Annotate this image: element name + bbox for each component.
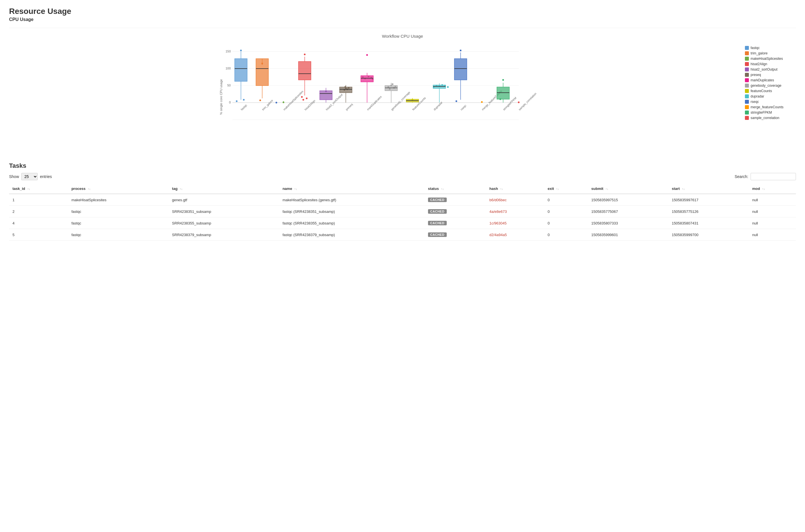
col-hash[interactable]: hash ↑↓ — [486, 184, 544, 194]
chart-legend: fastqc trim_galore makeHisatSplicesites … — [745, 43, 796, 120]
chart-wrapper: % single core CPU usage 150 100 50 0 — [9, 43, 796, 151]
legend-label-hisat2_sortOutput: hisat2_sortOutput — [751, 68, 778, 72]
sort-icon-process: ↑↓ — [88, 187, 91, 190]
col-tag[interactable]: tag ↑↓ — [169, 184, 279, 194]
svg-point-34 — [301, 96, 303, 98]
svg-text:rseqc: rseqc — [460, 104, 467, 111]
hash-link[interactable]: 4a/e8e673 — [489, 209, 506, 214]
svg-rect-40 — [320, 91, 332, 100]
cell-hash: 1c/963045 — [486, 217, 544, 229]
svg-text:hisat2Align: hisat2Align — [304, 99, 316, 111]
cell-start: 1505835807431 — [668, 217, 749, 229]
cell-hash: b6/d06bec — [486, 194, 544, 206]
col-submit[interactable]: submit ↑↓ — [588, 184, 668, 194]
svg-text:markDuplicates: markDuplicates — [366, 95, 382, 111]
cell-process: fastqc — [68, 206, 169, 217]
cell-tag: SRR4238379_subsamp — [169, 229, 279, 241]
hash-link[interactable]: d2/4a94a5 — [489, 233, 506, 237]
svg-text:makeHisatSplicesites: makeHisatSplicesites — [283, 90, 304, 111]
sort-icon-tag: ↑↓ — [180, 187, 183, 190]
status-badge: CACHED — [428, 209, 447, 214]
table-row: 4 fastqc SRR4238355_subsamp fastqc (SRR4… — [9, 217, 796, 229]
svg-text:sample_correlation: sample_correlation — [518, 92, 537, 111]
cell-name: fastqc (SRR4238351_subsamp) — [279, 206, 425, 217]
sort-icon-task_id: ↑↓ — [27, 187, 30, 190]
chart-title: Workflow CPU Usage — [9, 34, 796, 39]
show-label: Show — [9, 174, 19, 179]
svg-point-11 — [240, 50, 242, 51]
svg-rect-31 — [299, 61, 311, 80]
table-body: 1 makeHisatSplicesites genes.gtf makeHis… — [9, 194, 796, 241]
col-status[interactable]: status ↑↓ — [425, 184, 486, 194]
cell-hash: 4a/e8e673 — [486, 206, 544, 217]
svg-rect-13 — [235, 59, 247, 81]
cell-submit: 1505835999601 — [588, 229, 668, 241]
legend-item-makeHisatSplicesites: makeHisatSplicesites — [745, 57, 796, 61]
svg-text:50: 50 — [227, 83, 231, 87]
hash-link[interactable]: b6/d06bec — [489, 198, 506, 202]
legend-label-dupradar: dupradar — [751, 94, 764, 98]
cell-name: fastqc (SRR4238379_subsamp) — [279, 229, 425, 241]
legend-color-dupradar — [745, 94, 749, 98]
cell-mod: null — [749, 217, 796, 229]
cell-mod: null — [749, 206, 796, 217]
legend-color-fastqc — [745, 46, 749, 50]
search-input[interactable] — [751, 173, 796, 180]
legend-item-hisat2Align: hisat2Align — [745, 62, 796, 66]
cell-exit: 0 — [544, 194, 588, 206]
search-area: Search: — [735, 173, 796, 180]
cell-name: makeHisatSplicesites (genes.gtf) — [279, 194, 425, 206]
svg-point-16 — [236, 100, 237, 102]
svg-point-24 — [260, 99, 261, 101]
svg-text:0: 0 — [229, 101, 231, 104]
legend-color-makeHisatSplicesites — [745, 57, 749, 61]
legend-item-dupradar: dupradar — [745, 94, 796, 98]
legend-label-hisat2Align: hisat2Align — [751, 62, 767, 66]
cell-start: 1505835999700 — [668, 229, 749, 241]
legend-item-genebody_coverage: genebody_coverage — [745, 83, 796, 88]
header-row: task_id ↑↓ process ↑↓ tag ↑↓ name ↑↓ sta… — [9, 184, 796, 194]
legend-item-trim_galore: trim_galore — [745, 51, 796, 55]
legend-color-hisat2_sortOutput — [745, 68, 749, 72]
legend-color-preseq — [745, 73, 749, 77]
legend-label-trim_galore: trim_galore — [751, 51, 768, 55]
col-exit[interactable]: exit ↑↓ — [544, 184, 588, 194]
svg-text:% single core CPU usage: % single core CPU usage — [219, 79, 223, 114]
col-name[interactable]: name ↑↓ — [279, 184, 425, 194]
svg-rect-95 — [454, 59, 467, 80]
svg-text:preseq: preseq — [345, 103, 353, 111]
legend-label-merge_featureCounts: merge_featureCounts — [751, 105, 783, 109]
table-row: 2 fastqc SRR4238351_subsamp fastqc (SRR4… — [9, 206, 796, 217]
legend-label-makeHisatSplicesites: makeHisatSplicesites — [751, 57, 783, 61]
svg-point-17 — [243, 99, 245, 101]
cell-tag: SRR4238355_subsamp — [169, 217, 279, 229]
svg-point-35 — [306, 97, 308, 99]
chart-section: Workflow CPU Usage % single core CPU usa… — [9, 34, 796, 151]
status-badge: CACHED — [428, 232, 447, 237]
table-row: 5 fastqc SRR4238379_subsamp fastqc (SRR4… — [9, 229, 796, 241]
legend-item-fastqc: fastqc — [745, 46, 796, 50]
sort-icon-name: ↑↓ — [294, 187, 297, 190]
cell-submit: 1505835997515 — [588, 194, 668, 206]
col-start[interactable]: start ↑↓ — [668, 184, 749, 194]
legend-label-fastqc: fastqc — [751, 46, 760, 50]
page-subtitle: CPU Usage — [9, 17, 796, 22]
cell-status: CACHED — [425, 229, 486, 241]
legend-item-sample_correlation: sample_correlation — [745, 116, 796, 120]
legend-label-genebody_coverage: genebody_coverage — [751, 83, 782, 88]
col-mod[interactable]: mod ↑↓ — [749, 184, 796, 194]
hash-link[interactable]: 1c/963045 — [489, 221, 506, 225]
legend-item-rseqc: rseqc — [745, 100, 796, 104]
cell-task_id: 2 — [9, 206, 68, 217]
sort-icon-exit: ↑↓ — [556, 187, 559, 190]
chart-svg: % single core CPU usage 150 100 50 0 — [9, 43, 739, 151]
legend-color-hisat2Align — [745, 62, 749, 66]
entries-select[interactable]: 25 10 50 100 — [21, 173, 38, 180]
cell-exit: 0 — [544, 206, 588, 217]
cell-name: fastqc (SRR4238355_subsamp) — [279, 217, 425, 229]
svg-point-36 — [303, 99, 304, 101]
col-process[interactable]: process ↑↓ — [68, 184, 169, 194]
legend-label-markDuplicates: markDuplicates — [751, 78, 774, 82]
col-task_id[interactable]: task_id ↑↓ — [9, 184, 68, 194]
legend-label-featureCounts: featureCounts — [751, 89, 772, 93]
